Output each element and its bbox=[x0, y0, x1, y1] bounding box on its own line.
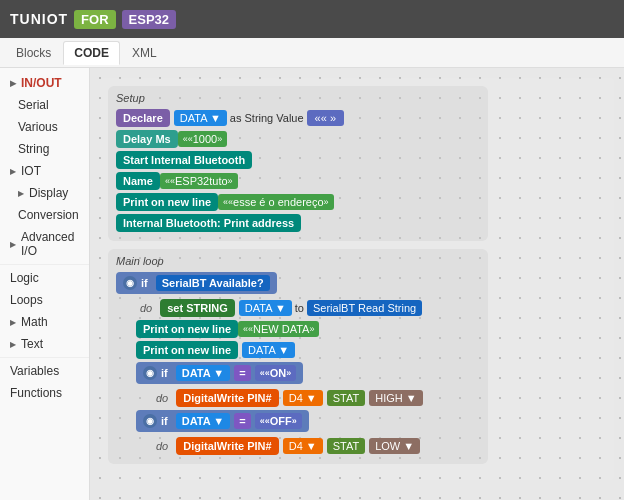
delay-block-row: Delay Ms 1000 bbox=[116, 130, 480, 148]
if1-block: ◉ if SerialBT Available? bbox=[116, 272, 277, 294]
pin2-block: D4 ▼ bbox=[283, 438, 323, 454]
stat2-block: STAT bbox=[327, 438, 365, 454]
do3-label: do bbox=[152, 438, 172, 454]
sidebar-sep-1 bbox=[0, 264, 89, 265]
data-badge-set: DATA ▼ bbox=[239, 300, 292, 316]
digitalwrite1-block: DigitalWrite PIN# bbox=[176, 389, 278, 407]
name-value: ESP32tuto bbox=[160, 173, 238, 189]
equals-block-2: = bbox=[234, 413, 250, 429]
content-area[interactable]: Setup Declare DATA ▼ as String Value «« … bbox=[90, 68, 624, 500]
sidebar-item-math[interactable]: Math bbox=[0, 311, 89, 333]
bluetooth-block-row: Start Internal Bluetooth bbox=[116, 151, 480, 169]
value-empty: «« » bbox=[307, 110, 344, 126]
setup-label: Setup bbox=[116, 92, 480, 104]
sidebar: IN/OUT Serial Various String IOT Display… bbox=[0, 68, 90, 500]
tab-code[interactable]: CODE bbox=[63, 41, 120, 65]
if3-block-row: ◉ if DATA ▼ = OFF bbox=[116, 410, 480, 434]
set-string-block: set STRING bbox=[160, 299, 235, 317]
print2-block-row: Print on new line NEW DATA bbox=[116, 320, 480, 338]
print1-block-row: Print on new line esse é o endereço bbox=[116, 193, 480, 211]
sidebar-item-loops[interactable]: Loops bbox=[0, 289, 89, 311]
if1-icon: ◉ bbox=[123, 276, 137, 290]
tab-bar: Blocks CODE XML bbox=[0, 38, 624, 68]
print2-block: Print on new line bbox=[136, 320, 238, 338]
sidebar-item-various[interactable]: Various bbox=[0, 116, 89, 138]
sidebar-item-display[interactable]: Display bbox=[0, 182, 89, 204]
data-badge-print3: DATA ▼ bbox=[242, 342, 295, 358]
sidebar-item-string[interactable]: String bbox=[0, 138, 89, 160]
if2-block: ◉ if DATA ▼ = ON bbox=[136, 362, 303, 384]
sidebar-item-text[interactable]: Text bbox=[0, 333, 89, 355]
off-value: OFF bbox=[255, 413, 302, 429]
btaddress-block-row: Internal Bluetooth: Print address bbox=[116, 214, 480, 232]
data-badge-declare: DATA ▼ bbox=[174, 110, 227, 126]
blocks-area: Setup Declare DATA ▼ as String Value «« … bbox=[100, 78, 614, 480]
declare-block-row: Declare DATA ▼ as String Value «« » bbox=[116, 109, 480, 127]
do2-label: do bbox=[152, 390, 172, 406]
do1-label: do bbox=[136, 300, 156, 316]
if2-icon: ◉ bbox=[143, 366, 157, 380]
pin1-block: D4 ▼ bbox=[283, 390, 323, 406]
do-dw2-block-row: do DigitalWrite PIN# D4 ▼ STAT LOW ▼ bbox=[116, 437, 480, 455]
device-badge: ESP32 bbox=[122, 10, 176, 29]
sidebar-item-iot[interactable]: IOT bbox=[0, 160, 89, 182]
top-bar: TUNIOT FOR ESP32 bbox=[0, 0, 624, 38]
sidebar-item-functions[interactable]: Functions bbox=[0, 382, 89, 404]
sidebar-item-serial[interactable]: Serial bbox=[0, 94, 89, 116]
if3-block: ◉ if DATA ▼ = OFF bbox=[136, 410, 309, 432]
main-layout: IN/OUT Serial Various String IOT Display… bbox=[0, 68, 624, 500]
sidebar-item-variables[interactable]: Variables bbox=[0, 360, 89, 382]
tab-blocks[interactable]: Blocks bbox=[6, 42, 61, 64]
for-badge: FOR bbox=[74, 10, 115, 29]
delay-value: 1000 bbox=[178, 131, 228, 147]
high-block: HIGH ▼ bbox=[369, 390, 422, 406]
setup-container: Setup Declare DATA ▼ as String Value «« … bbox=[108, 86, 488, 241]
print1-value: esse é o endereço bbox=[218, 194, 334, 210]
low-block: LOW ▼ bbox=[369, 438, 420, 454]
do-dw1-block-row: do DigitalWrite PIN# D4 ▼ STAT HIGH ▼ bbox=[116, 389, 480, 407]
bluetooth-block: Start Internal Bluetooth bbox=[116, 151, 252, 169]
stat1-block: STAT bbox=[327, 390, 365, 406]
print3-block: Print on new line bbox=[136, 341, 238, 359]
declare-block: Declare bbox=[116, 109, 170, 127]
app-title-prefix: TUNIOT bbox=[10, 11, 68, 27]
print1-block: Print on new line bbox=[116, 193, 218, 211]
btaddress-block: Internal Bluetooth: Print address bbox=[116, 214, 301, 232]
sidebar-item-logic[interactable]: Logic bbox=[0, 267, 89, 289]
name-block-row: Name ESP32tuto bbox=[116, 172, 480, 190]
on-value: ON bbox=[255, 365, 297, 381]
name-block: Name bbox=[116, 172, 160, 190]
sidebar-item-conversion[interactable]: Conversion bbox=[0, 204, 89, 226]
sidebar-item-inout[interactable]: IN/OUT bbox=[0, 72, 89, 94]
sidebar-item-advanced[interactable]: Advanced I/O bbox=[0, 226, 89, 262]
if3-icon: ◉ bbox=[143, 414, 157, 428]
tab-xml[interactable]: XML bbox=[122, 42, 167, 64]
mainloop-label: Main loop bbox=[116, 255, 480, 267]
mainloop-container: Main loop ◉ if SerialBT Available? do se… bbox=[108, 249, 488, 464]
serialbt-read: SerialBT Read String bbox=[307, 300, 422, 316]
do-set-block-row: do set STRING DATA ▼ to SerialBT Read St… bbox=[116, 299, 480, 317]
sidebar-sep-2 bbox=[0, 357, 89, 358]
delay-block: Delay Ms bbox=[116, 130, 178, 148]
data-badge-if3: DATA ▼ bbox=[176, 413, 230, 429]
if1-block-row: ◉ if SerialBT Available? bbox=[116, 272, 480, 296]
print3-block-row: Print on new line DATA ▼ bbox=[116, 341, 480, 359]
digitalwrite2-block: DigitalWrite PIN# bbox=[176, 437, 278, 455]
if2-block-row: ◉ if DATA ▼ = ON bbox=[116, 362, 480, 386]
data-badge-if2: DATA ▼ bbox=[176, 365, 230, 381]
serialbt-available: SerialBT Available? bbox=[156, 275, 270, 291]
equals-block-1: = bbox=[234, 365, 250, 381]
print2-value: NEW DATA bbox=[238, 321, 319, 337]
